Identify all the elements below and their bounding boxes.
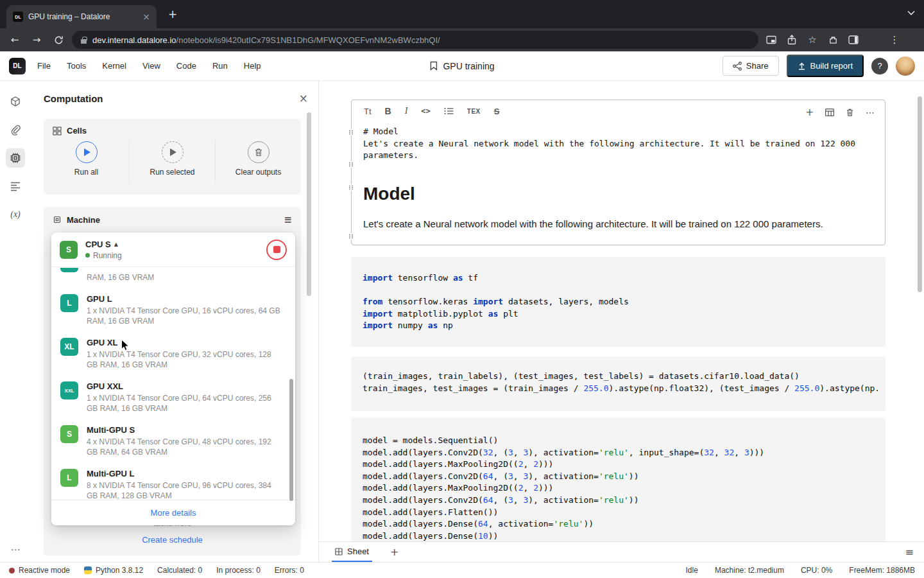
- machine-option-gpu-xxl[interactable]: XXL GPU XXL1 x NVIDIA T4 Tensor Core GPU…: [51, 376, 295, 419]
- tab-sheet[interactable]: Sheet: [332, 542, 372, 562]
- stop-icon: [273, 246, 280, 253]
- url-bar[interactable]: dev.internal.datalore.io/notebook/is9i42…: [72, 31, 758, 49]
- machine-option-gpu-l[interactable]: L GPU L1 x NVIDIA T4 Tensor Core GPU, 16…: [51, 288, 295, 332]
- menu-run[interactable]: Run: [212, 61, 228, 71]
- markdown-source[interactable]: # Model Let's create a Neural network mo…: [363, 126, 875, 162]
- strikethrough-icon[interactable]: S: [494, 107, 500, 116]
- markdown-rendered-paragraph: Let's create a Neural network model with…: [363, 218, 823, 229]
- add-cell-icon[interactable]: +: [805, 107, 814, 118]
- menu-tools[interactable]: Tools: [67, 61, 86, 71]
- sheet-menu-icon[interactable]: ≡: [905, 546, 914, 558]
- code-cell-load-data[interactable]: (train_images, train_labels), (test_imag…: [351, 356, 886, 411]
- machine-badge: L: [60, 469, 78, 487]
- more-actions-icon[interactable]: ⋯: [866, 107, 875, 118]
- rail-more-icon[interactable]: ⋯: [0, 544, 31, 556]
- bullet-list-icon[interactable]: [444, 107, 454, 115]
- tab-search-icon[interactable]: [907, 10, 915, 15]
- sheet-tab-label: Sheet: [347, 547, 369, 556]
- reload-button[interactable]: [50, 35, 67, 45]
- code-editor[interactable]: (train_images, train_labels), (test_imag…: [351, 356, 886, 394]
- cell-drag-handle[interactable]: [348, 184, 354, 191]
- current-machine-row[interactable]: S CPU S▲ Running: [51, 232, 295, 267]
- cpu-usage: CPU: 0%: [801, 566, 832, 575]
- tab-close-icon[interactable]: ×: [142, 12, 150, 21]
- browser-menu-icon[interactable]: ⋮: [887, 32, 902, 48]
- help-button[interactable]: ?: [871, 58, 888, 74]
- menu-code[interactable]: Code: [176, 61, 196, 71]
- menu-view[interactable]: View: [142, 61, 160, 71]
- delete-cell-icon[interactable]: [846, 108, 854, 117]
- machine-badge: S: [60, 241, 78, 259]
- machine-name: GPU L: [87, 294, 283, 304]
- machine-menu-icon[interactable]: ≡: [284, 214, 292, 225]
- bold-icon[interactable]: B: [385, 106, 391, 116]
- stop-machine-button[interactable]: [266, 240, 287, 260]
- panel-close-icon[interactable]: ×: [299, 92, 308, 105]
- back-button[interactable]: ←: [6, 34, 23, 46]
- browser-tab[interactable]: DL GPU training – Datalore ×: [6, 5, 157, 28]
- datalore-favicon: DL: [13, 12, 23, 22]
- code-editor[interactable]: import tensorflow as tf from tensorflow.…: [351, 257, 886, 332]
- attachments-icon[interactable]: [4, 116, 27, 144]
- machine-option-gpu-xl[interactable]: XL GPU XL1 x NVIDIA T4 Tensor Core GPU, …: [51, 332, 295, 376]
- dropdown-scrollbar[interactable]: [289, 379, 293, 501]
- clear-outputs-button[interactable]: Clear outputs: [215, 139, 301, 183]
- latex-icon[interactable]: TEX: [467, 108, 481, 115]
- panel-scrollbar[interactable]: [307, 112, 311, 296]
- share-button[interactable]: Share: [723, 56, 779, 76]
- run-all-icon: [76, 141, 98, 163]
- code-format-icon[interactable]: <>: [421, 107, 430, 116]
- user-avatar[interactable]: [896, 57, 915, 76]
- cell-actions: + ⋯: [805, 107, 875, 118]
- machine-option-multi-gpu-s[interactable]: S Multi-GPU S4 x NVIDIA T4 Tensor Core G…: [51, 419, 295, 463]
- share-icon[interactable]: [784, 32, 800, 48]
- side-panel-icon[interactable]: [846, 32, 861, 48]
- structure-icon[interactable]: [4, 172, 27, 200]
- kernel-python[interactable]: Python 3.8.12: [84, 566, 143, 575]
- app-header: DL File Tools Kernel View Code Run Help …: [0, 51, 924, 81]
- run-all-button[interactable]: Run all: [44, 139, 129, 183]
- notebook-scrollbar[interactable]: [918, 96, 922, 292]
- bookmark-star-icon[interactable]: ☆: [805, 32, 820, 48]
- status-bar: Reactive mode Python 3.8.12 Calculated: …: [0, 562, 924, 578]
- build-report-button[interactable]: Build report: [787, 55, 864, 77]
- variables-icon[interactable]: (x): [4, 200, 27, 229]
- bookmark-icon[interactable]: [429, 61, 438, 71]
- table-view-icon[interactable]: [825, 109, 834, 116]
- more-details-link[interactable]: More details: [51, 500, 295, 525]
- extensions-icon[interactable]: [825, 32, 841, 48]
- text-style-icon[interactable]: Tt: [364, 107, 372, 116]
- python-version-label: Python 3.8.12: [96, 566, 143, 575]
- menu-help[interactable]: Help: [244, 61, 261, 71]
- add-sheet-button[interactable]: +: [390, 546, 398, 558]
- menu-file[interactable]: File: [37, 61, 51, 71]
- machine-option-partial[interactable]: RAM, 16 GB VRAM: [51, 268, 295, 288]
- code-editor[interactable]: model = models.Sequential()model.add(lay…: [351, 417, 886, 541]
- menu-kernel[interactable]: Kernel: [102, 61, 126, 71]
- browser-profile-avatar[interactable]: [866, 32, 882, 48]
- reactive-mode[interactable]: Reactive mode: [9, 566, 70, 575]
- machine-option-multi-gpu-l[interactable]: L Multi-GPU L8 x NVIDIA T4 Tensor Core G…: [51, 463, 295, 500]
- run-selected-icon: [162, 141, 184, 163]
- cells-grid-icon: [53, 127, 62, 136]
- run-selected-label: Run selected: [150, 168, 194, 177]
- cell-drag-handle[interactable]: [348, 161, 354, 168]
- markdown-cell[interactable]: Tt B I <> TEX S + ⋯ # Model Le: [351, 100, 886, 245]
- left-rail: (x) ⋯: [0, 81, 31, 562]
- create-schedule-link[interactable]: Create schedule: [44, 535, 301, 545]
- machine-name: Multi-GPU S: [87, 425, 283, 435]
- code-cell-imports[interactable]: import tensorflow as tf from tensorflow.…: [351, 257, 886, 347]
- run-selected-button[interactable]: Run selected: [129, 139, 215, 183]
- picture-in-picture-icon[interactable]: [764, 32, 779, 48]
- computation-icon[interactable]: [4, 144, 27, 172]
- forward-button[interactable]: →: [28, 34, 45, 46]
- datalore-logo[interactable]: DL: [9, 58, 26, 74]
- italic-icon[interactable]: I: [405, 106, 408, 116]
- cell-drag-handle[interactable]: [348, 233, 354, 240]
- cell-drag-handle[interactable]: [348, 129, 354, 136]
- new-tab-button[interactable]: +: [168, 9, 177, 20]
- markdown-rendered-heading: Model: [363, 184, 415, 204]
- code-cell-model[interactable]: model = models.Sequential()model.add(lay…: [351, 417, 886, 541]
- environment-icon[interactable]: [4, 87, 27, 116]
- machine-desc: 1 x NVIDIA T4 Tensor Core GPU, 16 vCPU c…: [87, 306, 283, 326]
